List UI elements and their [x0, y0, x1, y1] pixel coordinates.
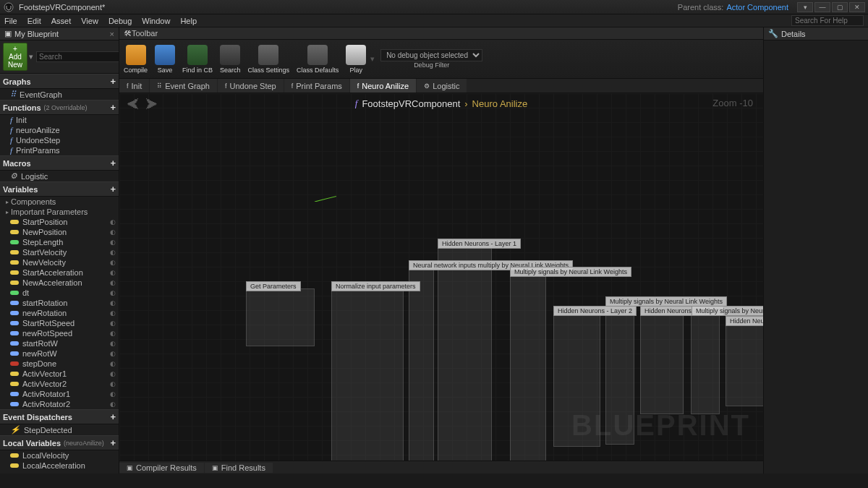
add-new-dropdown-icon[interactable]: ▾	[29, 52, 33, 61]
breadcrumb-root[interactable]: FootstepVRComponent	[362, 98, 460, 109]
menu-asset[interactable]: Asset	[51, 17, 72, 25]
maximize-icon[interactable]: ▢	[832, 2, 848, 12]
graph-tab-logistic[interactable]: ⚙Logistic	[417, 79, 467, 93]
vargroup-important[interactable]: Important Parameters	[0, 207, 119, 217]
graph-comment[interactable]: Normalize input parameters	[331, 281, 420, 291]
graph-comment[interactable]: Hidden Neurons - Layer 2	[553, 306, 637, 316]
find-in-cb-button[interactable]: Find in CB	[182, 45, 213, 74]
graph-comment[interactable]: Hidden Neurons - Layer 4	[726, 316, 763, 326]
dispatcher-stepdetected[interactable]: ⚡StepDetected	[0, 424, 119, 435]
debug-object-select[interactable]: No debug object selected	[380, 49, 482, 61]
menu-window[interactable]: Window	[142, 17, 170, 25]
variable-stepdone[interactable]: stepDone◐	[0, 359, 119, 369]
toolbar-tab[interactable]: 🛠 Toolbar	[119, 27, 763, 40]
variable-newvelocity[interactable]: NewVelocity◐	[0, 257, 119, 267]
add-graph-icon[interactable]: +	[110, 76, 116, 87]
menu-edit[interactable]: Edit	[27, 17, 41, 25]
menu-help[interactable]: Help	[180, 17, 197, 25]
tab-compiler-results[interactable]: ▣Compiler Results	[119, 463, 204, 473]
my-blueprint-search-input[interactable]	[36, 51, 119, 62]
node-cluster[interactable]	[726, 323, 763, 406]
visibility-icon[interactable]: ◐	[110, 350, 116, 357]
nav-back-icon[interactable]: ⮜	[127, 98, 140, 113]
visibility-icon[interactable]: ◐	[110, 228, 116, 236]
visibility-icon[interactable]: ◐	[110, 340, 116, 347]
node-cluster[interactable]	[691, 313, 720, 414]
add-function-icon[interactable]: +	[110, 102, 116, 113]
visibility-icon[interactable]: ◐	[110, 259, 116, 266]
class-defaults-button[interactable]: Class Defaults	[297, 45, 339, 74]
visibility-icon[interactable]: ◐	[110, 239, 116, 246]
graph-tab-init[interactable]: fInit	[119, 79, 149, 93]
function-undonestep[interactable]: fUndoneStep	[0, 135, 119, 145]
node-cluster[interactable]	[438, 246, 492, 461]
node-cluster[interactable]	[331, 288, 404, 461]
close-icon[interactable]: ✕	[849, 2, 865, 12]
variable-activvector2[interactable]: ActivVector2◐	[0, 379, 119, 389]
node-cluster[interactable]	[246, 288, 315, 346]
visibility-icon[interactable]: ◐	[110, 401, 116, 408]
visibility-icon[interactable]: ◐	[110, 390, 116, 398]
variable-newrotspeed[interactable]: newRotSpeed◐	[0, 328, 119, 338]
node-cluster[interactable]	[510, 274, 546, 461]
visibility-icon[interactable]: ◐	[110, 380, 116, 388]
function-neuroanilize[interactable]: fneuroAnilize	[0, 125, 119, 135]
section-local-variables[interactable]: Local Variables (neuroAnilize) +	[0, 435, 119, 450]
visibility-icon[interactable]: ◐	[110, 360, 116, 367]
window-dropdown-icon[interactable]: ▾	[797, 2, 813, 12]
node-cluster[interactable]	[409, 267, 434, 461]
help-search-input[interactable]	[791, 15, 864, 26]
variable-newacceleration[interactable]: NewAcceleration◐	[0, 278, 119, 288]
visibility-icon[interactable]: ◐	[110, 299, 116, 307]
graph-comment[interactable]: Multiply signals by Neural Link Weights	[692, 306, 763, 316]
variable-startrotw[interactable]: startRotW◐	[0, 338, 119, 348]
details-tab[interactable]: 🔧 Details	[764, 27, 868, 40]
section-variables[interactable]: Variables +	[0, 181, 119, 197]
variable-activvector1[interactable]: ActivVector1◐	[0, 369, 119, 379]
add-dispatcher-icon[interactable]: +	[110, 411, 116, 422]
node-cluster[interactable]	[640, 313, 684, 414]
variable-startrotation[interactable]: startRotation◐	[0, 298, 119, 308]
variable-startvelocity[interactable]: StartVelocity◐	[0, 247, 119, 257]
section-macros[interactable]: Macros +	[0, 155, 119, 171]
visibility-icon[interactable]: ◐	[110, 249, 116, 256]
graph-tab-neuro-anilize[interactable]: fNeuro Anilize	[350, 79, 416, 93]
save-button[interactable]: Save	[155, 45, 175, 74]
localvar-localacceleration[interactable]: LocalAcceleration	[0, 461, 119, 471]
graph-eventgraph[interactable]: ⠿EventGraph	[0, 89, 119, 100]
graph-tab-event-graph[interactable]: ⠿Event Graph	[150, 79, 217, 93]
visibility-icon[interactable]: ◐	[110, 320, 116, 327]
graph-canvas[interactable]: ⮜ ⮞ f FootstepVRComponent › Neuro Aniliz…	[119, 93, 763, 461]
play-dropdown-icon[interactable]: ▾	[370, 54, 375, 64]
menu-debug[interactable]: Debug	[109, 17, 132, 25]
tab-find-results[interactable]: ▣Find Results	[205, 463, 273, 473]
play-button[interactable]: Play	[346, 45, 366, 74]
minimize-icon[interactable]: —	[814, 2, 830, 12]
visibility-icon[interactable]: ◐	[110, 218, 116, 226]
my-blueprint-tab[interactable]: ▣ My Blueprint ×	[0, 27, 119, 40]
variable-newrotation[interactable]: newRotation◐	[0, 308, 119, 318]
graph-tab-undone-step[interactable]: fUndone Step	[218, 79, 284, 93]
parent-class-link[interactable]: Actor Component	[726, 3, 788, 12]
variable-activrotator2[interactable]: ActivRotator2◐	[0, 399, 119, 409]
visibility-icon[interactable]: ◐	[110, 269, 116, 276]
graph-comment[interactable]: Multiply signals by Neural Link Weights	[605, 296, 727, 307]
variable-startposition[interactable]: StartPosition◐	[0, 217, 119, 227]
localvar-localvelocity[interactable]: LocalVelocity	[0, 450, 119, 461]
graph-comment[interactable]: Multiply signals by Neural Link Weights	[510, 267, 631, 277]
menu-view[interactable]: View	[81, 17, 98, 25]
graph-comment[interactable]: Get Parameters	[246, 281, 301, 291]
add-macro-icon[interactable]: +	[110, 158, 116, 168]
visibility-icon[interactable]: ◐	[110, 289, 116, 296]
add-new-button[interactable]: + Add New	[3, 43, 27, 71]
graph-tab-print-params[interactable]: fPrint Params	[284, 79, 349, 93]
function-printparams[interactable]: fPrintParams	[0, 145, 119, 155]
variable-newrotw[interactable]: newRotW◐	[0, 348, 119, 359]
add-local-var-icon[interactable]: +	[110, 437, 116, 448]
visibility-icon[interactable]: ◐	[110, 330, 116, 337]
visibility-icon[interactable]: ◐	[110, 370, 116, 377]
variable-activrotator1[interactable]: ActivRotator1◐	[0, 389, 119, 399]
vargroup-components[interactable]: Components	[0, 197, 119, 207]
search-button[interactable]: Search	[220, 45, 241, 74]
section-event-dispatchers[interactable]: Event Dispatchers +	[0, 409, 119, 424]
